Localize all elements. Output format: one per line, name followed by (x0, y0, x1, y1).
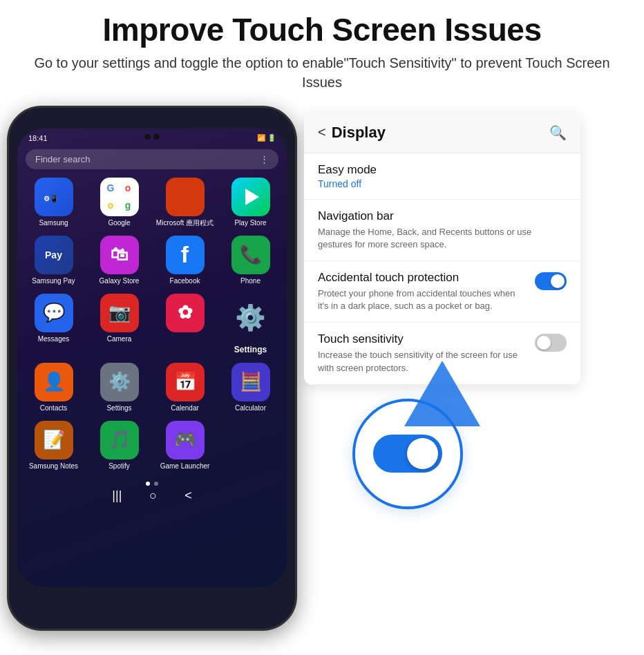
spotify-label: Spotify (108, 462, 130, 471)
app-grid-row5: 📝 Samsung Notes 🎵 Spotify 🎮 Game Launche… (17, 417, 287, 475)
settings2-label: Settings (106, 404, 131, 412)
svg-text:⚙📱: ⚙📱 (44, 194, 59, 203)
google-icon: G o o g (100, 178, 139, 216)
app-grid-row4: 👤 Contacts ⚙️ Settings 📅 Calendar (17, 359, 287, 417)
samsungnotes-icon: 📝 (35, 421, 73, 459)
app-bixby[interactable]: ✿ (155, 294, 214, 354)
setting-accidental-touch[interactable]: Accidental touch protection Protect your… (304, 261, 580, 323)
app-playstore[interactable]: Play Store (221, 178, 280, 227)
playstore-label: Play Store (234, 219, 266, 227)
camera-label: Camera (107, 335, 132, 343)
settings-main-icon: ⚙️ (227, 294, 275, 342)
samsung-label: Samsung (39, 219, 68, 227)
nav-bar: ||| ○ < (17, 488, 287, 503)
big-toggle-section (332, 399, 463, 509)
settings2-icon: ⚙️ (100, 363, 139, 401)
nav-bar-desc: Manage the Home, Back, and Recents butto… (318, 226, 567, 251)
messages-label: Messages (38, 335, 70, 343)
app-messages[interactable]: 💬 Messages (24, 294, 83, 354)
app-camera[interactable]: 📷 Camera (90, 294, 149, 354)
camera-dot-1 (145, 134, 151, 140)
accidental-touch-toggle[interactable] (535, 272, 567, 290)
app-samsung[interactable]: ⚙📱 Samsung (24, 178, 83, 227)
panel-title: Display (332, 124, 386, 142)
back-icon[interactable]: < (184, 488, 192, 503)
app-grid-row2: Pay Samsung Pay 🛍 Galaxy Store f Fac (17, 231, 287, 289)
app-phone[interactable]: 📞 Phone (221, 236, 280, 285)
galaxystore-label: Galaxy Store (100, 277, 140, 285)
page-dots (17, 482, 287, 486)
big-toggle-knob (407, 438, 438, 469)
status-icons: 📶 🔋 (257, 134, 276, 142)
accidental-touch-name: Accidental touch protection (318, 271, 527, 285)
app-spotify[interactable]: 🎵 Spotify (90, 421, 149, 471)
app-grid-row3: 💬 Messages 📷 Camera ✿ (17, 289, 287, 359)
galaxystore-icon: 🛍 (100, 236, 139, 274)
finder-search[interactable]: Finder search ⋮ (26, 149, 278, 169)
samsung-icon: ⚙📱 (35, 178, 73, 216)
touch-toggle-knob (537, 336, 551, 350)
home-icon[interactable]: ○ (149, 488, 157, 503)
right-content: < Display 🔍 Easy mode Turned off Navigat… (304, 106, 623, 509)
calendar-label: Calendar (171, 404, 199, 412)
touch-sensitivity-toggle[interactable] (535, 334, 567, 352)
app-calendar[interactable]: 📅 Calendar (155, 363, 214, 412)
samsungnotes-label: Samsung Notes (29, 462, 78, 471)
playstore-icon (231, 178, 270, 216)
contacts-icon: 👤 (35, 363, 73, 401)
phone-screen: 18:41 📶 🔋 Finder search ⋮ ⚙📱 Samsung (17, 129, 287, 587)
microsoft-label: Microsoft 應用程式 (156, 219, 214, 227)
setting-easy-mode[interactable]: Easy mode Turned off (304, 153, 580, 200)
app-samsungpay[interactable]: Pay Samsung Pay (24, 236, 83, 285)
header: Improve Touch Screen Issues Go to your s… (0, 0, 644, 99)
subtitle: Go to your settings and toggle the optio… (14, 53, 630, 92)
contacts-label: Contacts (40, 404, 67, 412)
app-settings2[interactable]: ⚙️ Settings (90, 363, 149, 412)
app-galaxystore[interactable]: 🛍 Galaxy Store (90, 236, 149, 285)
accidental-touch-desc: Protect your phone from accidental touch… (318, 287, 527, 312)
touch-sensitivity-name: Touch sensitivity (318, 332, 527, 346)
google-label: Google (108, 219, 130, 227)
camera-notch (145, 134, 160, 140)
facebook-label: Facebook (170, 277, 200, 285)
easy-mode-name: Easy mode (318, 163, 567, 177)
app-gamelauncher[interactable]: 🎮 Game Launcher (155, 421, 214, 471)
arrow-decoration (401, 357, 484, 433)
pay-label: Samsung Pay (32, 277, 75, 285)
calculator-label: Calculator (235, 404, 266, 412)
svg-marker-1 (245, 189, 259, 205)
recent-apps-icon[interactable]: ||| (112, 488, 122, 503)
app-grid-row1: ⚙📱 Samsung G o o g Google (17, 173, 287, 231)
spotify-icon: 🎵 (100, 421, 139, 459)
phone-icon: 📞 (231, 236, 270, 274)
app-contacts[interactable]: 👤 Contacts (24, 363, 83, 412)
dot-2 (154, 482, 158, 486)
app-facebook[interactable]: f Facebook (155, 236, 214, 285)
display-panel: < Display 🔍 Easy mode Turned off Navigat… (304, 113, 580, 385)
svg-marker-2 (404, 361, 480, 426)
settings-main-label: Settings (234, 345, 267, 354)
app-samsungnotes[interactable]: 📝 Samsung Notes (24, 421, 83, 471)
phone-mockup: 18:41 📶 🔋 Finder search ⋮ ⚙📱 Samsung (7, 106, 297, 631)
setting-nav-bar[interactable]: Navigation bar Manage the Home, Back, an… (304, 200, 580, 261)
dot-1 (146, 482, 150, 486)
back-chevron-icon[interactable]: < (318, 124, 326, 140)
gamelauncher-label: Game Launcher (160, 462, 210, 471)
phone-label: Phone (240, 277, 261, 285)
easy-mode-status: Turned off (318, 178, 567, 189)
time: 18:41 (28, 134, 48, 142)
page-title: Improve Touch Screen Issues (14, 12, 630, 48)
search-text: Finder search (35, 154, 90, 164)
facebook-icon: f (166, 236, 205, 274)
big-toggle[interactable] (373, 435, 442, 473)
app-calculator[interactable]: 🧮 Calculator (221, 363, 280, 412)
camera-icon: 📷 (100, 294, 139, 332)
app-microsoft[interactable]: Microsoft 應用程式 (155, 178, 214, 227)
app-google[interactable]: G o o g Google (90, 178, 149, 227)
panel-back[interactable]: < Display (318, 124, 386, 142)
app-settings-main[interactable]: ⚙️ Settings (221, 294, 280, 354)
search-icon[interactable]: 🔍 (549, 124, 567, 141)
messages-icon: 💬 (35, 294, 73, 332)
gamelauncher-icon: 🎮 (166, 421, 205, 459)
nav-bar-name: Navigation bar (318, 209, 567, 223)
